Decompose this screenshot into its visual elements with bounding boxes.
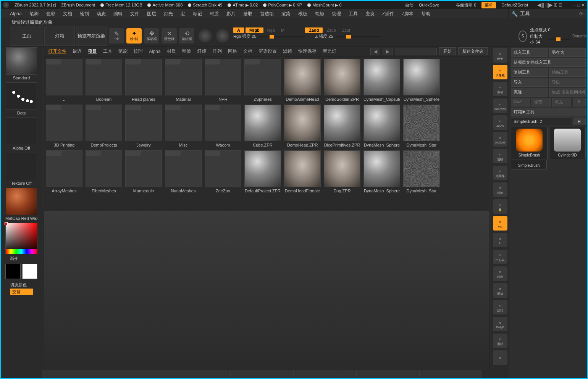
menu-笔触[interactable]: 笔触 [315,11,324,17]
lightbox-item[interactable]: DemoProjects [86,105,122,147]
paste-tool-button[interactable]: 粘贴工具 [549,68,586,77]
lightbox-item[interactable]: DynaMesh_Star [403,150,440,193]
refresh-icon[interactable]: ⟳ [579,11,583,17]
menu-Z脚本[interactable]: Z脚本 [402,11,414,17]
layout-icon[interactable]: |||▶ [545,2,552,8]
lightbox-button[interactable]: 灯箱 [44,26,75,46]
shelf-滚动[interactable]: ▫滚动 [493,82,507,96]
prev-icon[interactable]: ◀ [370,48,380,55]
tool-preview-item[interactable]: Cylinder3D [549,127,586,159]
shelf-透明[interactable]: ▫透明 [493,334,507,348]
lightbox-tab[interactable]: 滤镜 [283,48,292,55]
rgb-intensity-slider[interactable]: Rgb 强度 25 [233,34,305,39]
menu-影片[interactable]: 影片 [226,11,236,17]
menu-Alpha[interactable]: Alpha [10,11,22,16]
lightbox-item[interactable]: DefaultProject.ZPR [244,150,281,193]
load-from-project-button[interactable]: 从项目文件载入工具 [511,58,586,67]
lightbox-search-input[interactable] [395,48,437,55]
menu-动态[interactable]: 动态 [97,11,106,17]
lightbox-item[interactable]: 3D Printing [46,105,82,147]
lightbox-tab[interactable]: 阵列 [213,48,222,55]
lightbox-item[interactable]: DynaMesh_Sphere [363,105,400,147]
rgb-toggle[interactable]: Rgb [265,27,277,33]
export-button[interactable]: 导出 [549,78,586,87]
swatch-primary[interactable] [22,264,37,279]
lightbox-item[interactable]: DicePrimitives.ZPR [324,105,360,147]
menu-标记[interactable]: 标记 [193,11,202,17]
document-canvas[interactable] [44,211,490,377]
zsub-toggle[interactable]: Zsub [324,27,338,33]
shelf-中心点[interactable]: ▫中心点 [493,250,507,264]
lightbox-tab[interactable]: 打开文件 [48,48,66,55]
lightbox-item[interactable]: Head planes [125,59,162,102]
shelf-Zoom2D[interactable]: ▫Zoom2D [493,98,507,113]
new-folder-button[interactable]: 新建文件夹 [458,47,488,55]
copy-tool-button[interactable]: 复制工具 [511,68,548,77]
goz-button[interactable]: GoZ [511,98,530,106]
shelf-缩放[interactable]: ▫缩放 [493,283,507,298]
color-picker[interactable] [5,223,37,254]
default-zscript[interactable]: DefaultZScript [501,3,528,7]
lightbox-item[interactable]: DynaMesh_Star [403,105,440,147]
goz-r-button[interactable]: R [573,98,586,106]
lightbox-item[interactable]: Misc [165,105,202,147]
bottom-slot[interactable] [231,370,294,377]
shelf-btn[interactable]: ▫ [493,350,507,365]
lightbox-tab[interactable]: 项目 [88,48,97,55]
auto-label[interactable]: 自动 [405,2,414,8]
layout-icon[interactable]: ⊞ [554,2,557,8]
lightbox-item[interactable]: ZeeZoo [205,150,241,193]
goz-all-button[interactable]: 全部 [531,98,551,106]
bottom-slot[interactable] [294,370,357,377]
menu-绘制[interactable]: 绘制 [80,11,89,17]
clone-button[interactable]: 克隆 [511,88,548,97]
menu-编辑[interactable]: 编辑 [113,11,123,17]
lightbox-tab[interactable]: 纤维 [197,48,207,55]
lightbox-tab[interactable]: 最近 [73,48,82,55]
a-toggle[interactable]: A [233,27,244,33]
menu-变换[interactable]: 变换 [365,11,375,17]
saveas-button[interactable]: 另存为 [549,48,586,57]
shelf-xyz[interactable]: ▫xyz [493,216,507,231]
current-tool-label[interactable]: SimpleBrush. 2 [511,118,571,125]
ui-transparency[interactable]: 界面透明 0 [456,2,476,8]
zadd-toggle[interactable]: Zadd [305,27,323,33]
menu-首选项[interactable]: 首选项 [260,11,274,17]
material-thumbnail[interactable] [6,188,37,215]
menu-宏[interactable]: 宏 [181,11,185,17]
lightbox-item[interactable]: DemoHeadFemale [284,150,321,193]
menu-图层[interactable]: 图层 [147,11,156,17]
zcut-toggle[interactable]: Zcut [340,27,352,33]
lightbox-item[interactable]: ArrayMeshes [46,150,82,193]
preview-bool-button[interactable]: 预览布尔渲染 [76,26,107,46]
shelf-↻[interactable]: ▫↻ [493,233,507,247]
lightbox-item[interactable]: DemoSoldier.ZPR [324,59,360,102]
lightbox-item[interactable]: FiberMeshes [86,150,122,193]
lightbox-item[interactable]: Wacom [205,105,241,147]
bottom-slot[interactable] [357,370,420,377]
tool-r-button[interactable]: R [573,118,586,125]
lightbox-item[interactable]: Material [165,59,202,102]
menu-工具[interactable]: 工具 [349,11,358,17]
menu-Z插件[interactable]: Z插件 [382,11,394,17]
menu-纹理[interactable]: 纹理 [332,11,341,17]
layout-icon[interactable]: ⊟ [559,2,562,8]
switch-color-label[interactable]: 切换颜色 [1,281,27,288]
lightbox-tab[interactable]: 材质 [167,48,176,55]
home-button[interactable]: 主页 [10,26,43,46]
close-icon[interactable]: ✕ [581,2,585,8]
m-toggle[interactable]: M [279,27,287,33]
menu-材质[interactable]: 材质 [210,11,219,17]
load-tool-button[interactable]: 载入工具 [511,48,548,57]
shelf-100%[interactable]: ▫100% [493,115,507,130]
sculptris-button[interactable] [216,29,229,43]
tool-preview-item[interactable]: SimpleBrush [511,160,547,169]
lightbox-tab[interactable]: 网格 [228,48,237,55]
lightbox-item[interactable]: Jewelry [125,105,162,147]
stroke-thumbnail[interactable] [6,82,37,110]
shelf-🔒[interactable]: ▫🔒 [493,199,507,214]
lightbox-item[interactable]: DemoAnimeHead [284,59,321,102]
goz-visible-button[interactable]: 可见 [552,98,571,106]
layout-icon[interactable]: ◀||| [537,2,544,8]
draw-mode-button[interactable]: ✦绘 制 [126,28,142,44]
